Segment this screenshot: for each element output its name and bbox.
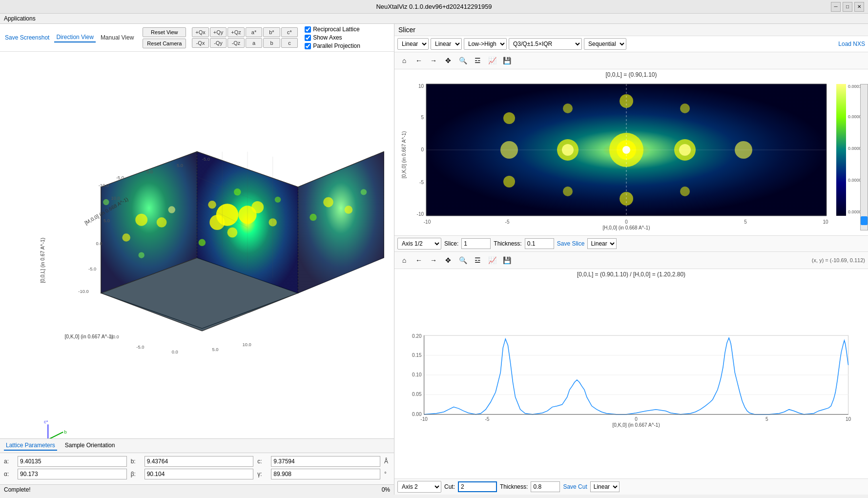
forward-button[interactable]: → — [427, 54, 440, 67]
vert-slider-top[interactable] — [860, 84, 868, 230]
dir-btn-pqy[interactable]: +Qy — [210, 27, 227, 37]
cut-input[interactable] — [458, 481, 497, 492]
back-button[interactable]: ← — [412, 54, 426, 67]
iqr-dropdown[interactable]: Q3/Q±1.5×IQR — [509, 38, 582, 50]
svg-text:5.0: 5.0 — [177, 163, 183, 168]
dir-btn-mqy[interactable]: -Qy — [210, 38, 227, 48]
beta-label: β: — [131, 471, 141, 477]
gamma-input[interactable] — [271, 469, 380, 479]
b-input[interactable] — [145, 456, 254, 467]
save-screenshot-button[interactable]: Save Screenshot — [3, 33, 51, 42]
svg-text:-5.0: -5.0 — [88, 267, 96, 271]
dir-btn-a[interactable]: a — [246, 38, 262, 48]
save-button-bottom[interactable]: 💾 — [500, 253, 514, 267]
svg-text:[0,K,0] (in 0.667 A^-1): [0,K,0] (in 0.667 A^-1) — [64, 334, 113, 339]
slice-input[interactable] — [461, 238, 491, 249]
svg-point-83 — [563, 104, 573, 113]
line-button-2[interactable]: 📈 — [485, 253, 499, 267]
load-nxs-button[interactable]: Load NXS — [838, 41, 865, 47]
save-button-top[interactable]: 💾 — [500, 54, 514, 67]
dir-btn-mqx[interactable]: -Qx — [192, 38, 208, 48]
alpha-input[interactable] — [18, 469, 127, 479]
checkbox-parallel-projection[interactable]: Parallel Projection — [305, 42, 360, 49]
svg-point-31 — [103, 199, 109, 205]
svg-text:-10: -10 — [424, 219, 431, 225]
tab-lattice-parameters[interactable]: Lattice Parameters — [4, 441, 57, 451]
minimize-button[interactable]: ─ — [831, 2, 841, 12]
range-dropdown[interactable]: Low->HighHigh->Low — [464, 38, 507, 50]
dir-btn-pqz[interactable]: +Qz — [227, 27, 244, 37]
dir-btn-c[interactable]: c — [281, 38, 298, 48]
settings-button[interactable]: ☲ — [471, 54, 484, 67]
bottom-icon-toolbar: ⌂ ← → ✥ 🔍 ☲ 📈 💾 (x, y) = (-10.69, 0.112) — [394, 252, 868, 269]
save-cut-button[interactable]: Save Cut — [563, 483, 587, 490]
svg-text:0.0: 0.0 — [172, 350, 178, 354]
title-bar: NeuXtalViz 0.1.0.dev96+d202412291959 ─ □… — [0, 0, 868, 14]
svg-text:[H,0,0] (in 0.668 A^-1): [H,0,0] (in 0.668 A^-1) — [603, 225, 650, 230]
forward-button-2[interactable]: → — [427, 253, 440, 267]
axis-2-dropdown[interactable]: Axis 2Axis 1 — [397, 481, 441, 493]
line-button[interactable]: 📈 — [485, 54, 499, 67]
back-button-2[interactable]: ← — [412, 253, 426, 267]
checkbox-show-axes-input[interactable] — [305, 35, 311, 41]
top-plot-area[interactable]: [0,0,L] = (0.90,1.10) — [394, 69, 868, 235]
checkbox-parallel-projection-input[interactable] — [305, 43, 311, 49]
tab-direction-view[interactable]: Direction View — [54, 33, 95, 42]
settings-button-2[interactable]: ☲ — [471, 253, 484, 267]
tab-manual-view[interactable]: Manual View — [99, 33, 136, 42]
dir-btn-bstar[interactable]: b* — [263, 27, 280, 37]
checkbox-reciprocal-lattice[interactable]: Reciprocal Lattice — [305, 26, 360, 33]
reset-view-button[interactable]: Reset View — [143, 27, 186, 37]
axis-12-dropdown[interactable]: Axis 1/2Axis 1Axis 2 — [397, 238, 441, 249]
svg-text:0.0: 0.0 — [96, 241, 103, 246]
3d-view[interactable]: [M,0,0] (in 0.668 A^-1) [0,K,0] (in 0.66… — [0, 52, 394, 438]
slice-label: Slice: — [444, 240, 458, 247]
colormap-dropdown[interactable]: SequentialDiverging — [584, 38, 626, 50]
svg-text:-10: -10 — [417, 211, 424, 217]
zoom-button[interactable]: 🔍 — [456, 54, 470, 67]
save-slice-button[interactable]: Save Slice — [557, 240, 585, 247]
linear-cut-dropdown[interactable]: LinearLog — [590, 481, 620, 492]
home-button-2[interactable]: ⌂ — [397, 253, 411, 267]
xy-hint: (x, y) = (-10.69, 0.112) — [812, 257, 865, 263]
svg-text:-10: -10 — [420, 416, 428, 422]
dir-btn-cstar[interactable]: c* — [281, 27, 298, 37]
dir-btn-astar[interactable]: a* — [246, 27, 262, 37]
zoom-button-2[interactable]: 🔍 — [456, 253, 470, 267]
c-input[interactable] — [271, 456, 380, 467]
slice-controls: Axis 1/2Axis 1Axis 2 Slice: Thickness: S… — [394, 235, 868, 252]
beta-input[interactable] — [145, 469, 254, 479]
svg-text:b: b — [64, 430, 66, 435]
linear-slice-dropdown[interactable]: LinearLog — [587, 238, 617, 249]
reset-camera-button[interactable]: Reset Camera — [143, 39, 186, 48]
svg-text:0.05: 0.05 — [412, 392, 422, 397]
pan-button-2[interactable]: ✥ — [441, 253, 455, 267]
home-button[interactable]: ⌂ — [397, 54, 411, 67]
dir-btn-mqz[interactable]: -Qz — [227, 38, 244, 48]
dir-btn-b[interactable]: b — [263, 38, 280, 48]
slicer-header-row: Slicer — [394, 24, 868, 36]
norm2-dropdown[interactable]: LinearLog — [431, 38, 462, 50]
bottom-plot-area[interactable]: -10 -5 0 5 10 0.00 0.05 0.10 0.15 0.20 [… — [394, 279, 868, 478]
slider-thumb-top[interactable] — [861, 216, 868, 225]
pan-button[interactable]: ✥ — [441, 54, 455, 67]
maximize-button[interactable]: □ — [843, 2, 852, 12]
svg-text:-10.0: -10.0 — [108, 334, 119, 339]
checkbox-show-axes[interactable]: Show Axes — [305, 34, 360, 41]
a-input[interactable] — [18, 456, 127, 467]
3d-plot-svg: [M,0,0] (in 0.668 A^-1) [0,K,0] (in 0.66… — [0, 52, 394, 438]
close-button[interactable]: ✕ — [854, 2, 864, 12]
svg-text:0: 0 — [625, 219, 628, 225]
tab-sample-orientation[interactable]: Sample Orientation — [63, 441, 117, 451]
thickness-input-cut[interactable] — [531, 481, 560, 492]
svg-point-86 — [680, 187, 690, 196]
norm1-dropdown[interactable]: LinearLog — [397, 38, 429, 50]
checkbox-reciprocal-lattice-input[interactable] — [305, 26, 311, 33]
dir-btn-pqx[interactable]: +Qx — [192, 27, 208, 37]
svg-text:[0,K,0] (in 0.667 A^-1): [0,K,0] (in 0.667 A^-1) — [612, 422, 660, 428]
svg-text:-5.0: -5.0 — [202, 157, 210, 162]
thickness-input-slice[interactable] — [525, 238, 554, 249]
a-label: a: — [4, 458, 14, 465]
svg-point-34 — [310, 214, 316, 221]
applications-menu[interactable]: Applications — [4, 15, 36, 22]
